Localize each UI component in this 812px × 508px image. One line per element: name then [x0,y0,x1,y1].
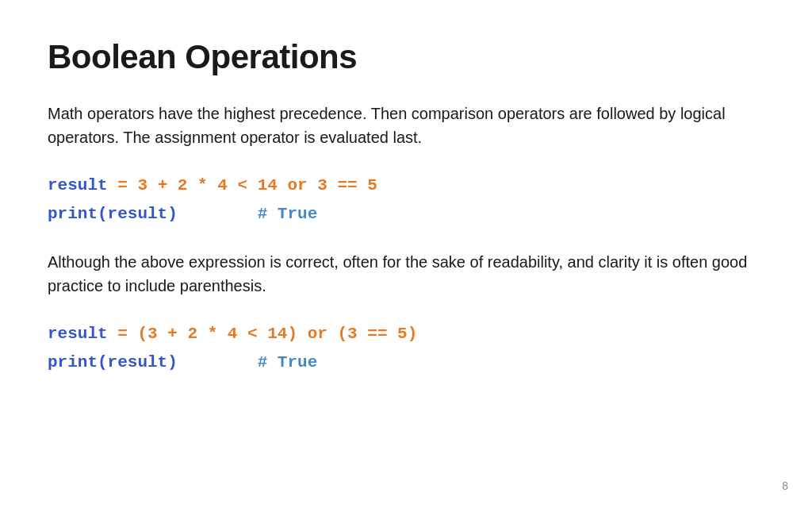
page-number: 8 [782,479,788,492]
code-expression-2: (3 + 2 * 4 < 14) or (3 == 5) [137,325,417,343]
code-keyword-result2: result [48,325,108,343]
code-keyword-result1: result [48,176,108,194]
code-block-1: result = 3 + 2 * 4 < 14 or 3 == 5 print(… [48,171,764,228]
code-block-2: result = (3 + 2 * 4 < 14) or (3 == 5) pr… [48,320,764,376]
code-operator-eq1: = [108,176,138,194]
code-expression-1: 3 + 2 * 4 < 14 or 3 == 5 [137,176,377,194]
code-line-1-1: result = 3 + 2 * 4 < 14 or 3 == 5 [48,171,764,200]
slide-title: Boolean Operations [48,38,764,76]
description-1: Math operators have the highest preceden… [48,102,764,149]
slide: Boolean Operations Math operators have t… [0,0,812,508]
description-2: Although the above expression is correct… [48,250,764,298]
code-line-2-1: result = (3 + 2 * 4 < 14) or (3 == 5) [48,320,764,348]
code-operator-eq2: = [108,325,138,343]
code-comment-2: # True [178,353,317,371]
code-comment-1: # True [178,205,317,223]
code-print-1: print(result) [48,205,178,223]
code-print-2: print(result) [48,353,178,371]
code-line-2-2: print(result) # True [48,348,764,377]
code-line-1-2: print(result) # True [48,200,764,229]
